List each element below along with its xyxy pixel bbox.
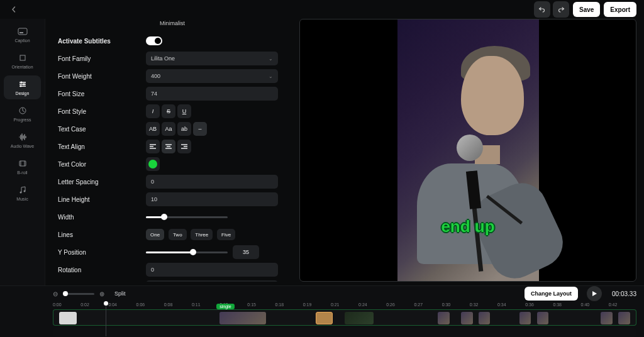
sidebar: Caption Orientation Design Progress Audi… bbox=[0, 19, 45, 285]
font-size-label: Font Size bbox=[58, 91, 146, 97]
audio-track[interactable] bbox=[53, 328, 636, 337]
italic-button[interactable]: I bbox=[146, 104, 160, 118]
video-preview[interactable]: end up bbox=[299, 19, 636, 282]
sidebar-item-progress[interactable]: Progress bbox=[4, 102, 41, 126]
underline-button[interactable]: U bbox=[177, 104, 191, 118]
track-badge: single bbox=[216, 304, 234, 309]
scale-input[interactable] bbox=[146, 280, 278, 282]
strikethrough-button[interactable]: S bbox=[162, 104, 175, 118]
row-letter-spacing: Letter Spacing bbox=[58, 174, 287, 190]
text-color-label: Text Color bbox=[58, 161, 146, 168]
letter-spacing-input[interactable] bbox=[146, 175, 278, 189]
row-text-align: Text Align bbox=[58, 138, 287, 155]
nocase-button[interactable]: – bbox=[193, 122, 207, 136]
timeline-ruler[interactable]: 0:000:020:040:060:080:110:130:150:180:19… bbox=[53, 302, 636, 309]
redo-button[interactable] bbox=[553, 1, 569, 18]
activate-subtitles-toggle[interactable] bbox=[146, 36, 162, 45]
uppercase-button[interactable]: AB bbox=[146, 122, 160, 136]
lines-two[interactable]: Two bbox=[169, 229, 187, 240]
align-center-button[interactable] bbox=[162, 140, 175, 153]
undo-button[interactable] bbox=[534, 1, 550, 18]
change-layout-button[interactable]: Change Layout bbox=[525, 287, 578, 301]
sidebar-item-orientation[interactable]: Orientation bbox=[4, 49, 41, 73]
row-font-weight: Font Weight 400⌄ bbox=[58, 68, 287, 84]
y-position-label: Y Position bbox=[58, 249, 146, 256]
clip[interactable] bbox=[537, 312, 549, 324]
clip[interactable] bbox=[479, 312, 491, 324]
y-position-value: 35 bbox=[233, 245, 259, 259]
content: Minimalist Activate Subtitles Font Famil… bbox=[45, 19, 644, 285]
sidebar-item-music[interactable]: Music bbox=[4, 181, 41, 205]
main: Caption Orientation Design Progress Audi… bbox=[0, 19, 644, 285]
lines-one[interactable]: One bbox=[146, 229, 164, 240]
row-text-color: Text Color bbox=[58, 156, 287, 172]
clip[interactable] bbox=[59, 312, 77, 324]
activate-subtitles-label: Activate Subtitles bbox=[58, 38, 146, 45]
redo-icon bbox=[557, 6, 565, 13]
row-y-position: Y Position 35 bbox=[58, 244, 287, 260]
clip[interactable] bbox=[519, 312, 531, 324]
clip[interactable] bbox=[618, 312, 630, 324]
rotation-input[interactable] bbox=[146, 263, 278, 277]
row-activate: Activate Subtitles bbox=[58, 33, 287, 49]
line-height-input[interactable] bbox=[146, 192, 278, 206]
lines-label: Lines bbox=[58, 231, 146, 238]
row-font-family: Font Family Lilita One⌄ bbox=[58, 50, 287, 67]
font-family-select[interactable]: Lilita One⌄ bbox=[146, 52, 278, 65]
titlecase-button[interactable]: Aa bbox=[162, 122, 175, 136]
video-track[interactable]: single bbox=[53, 309, 636, 326]
lowercase-button[interactable]: ab bbox=[177, 122, 191, 136]
design-icon bbox=[18, 79, 28, 89]
y-position-slider[interactable] bbox=[146, 251, 228, 253]
timeline-toolbar: ⊖ ⊕ Split Change Layout 00:03.33 bbox=[53, 286, 636, 301]
align-right-button[interactable] bbox=[177, 140, 191, 153]
subtitle-caption: end up bbox=[441, 217, 494, 236]
chevron-down-icon: ⌄ bbox=[269, 56, 273, 62]
clip[interactable] bbox=[601, 312, 613, 324]
svg-rect-1 bbox=[19, 32, 23, 33]
orientation-icon bbox=[18, 53, 28, 63]
play-button[interactable] bbox=[587, 286, 602, 301]
row-scale: Scale bbox=[58, 279, 287, 282]
chevron-left-icon bbox=[11, 6, 17, 13]
sidebar-item-caption[interactable]: Caption bbox=[4, 23, 41, 47]
font-family-label: Font Family bbox=[58, 55, 146, 62]
lines-five[interactable]: Five bbox=[217, 229, 235, 240]
sidebar-item-label: Caption bbox=[14, 38, 30, 43]
clip[interactable] bbox=[461, 312, 473, 324]
split-button[interactable]: Split bbox=[109, 289, 131, 298]
audiowave-icon bbox=[18, 132, 28, 142]
sidebar-item-broll[interactable]: B-roll bbox=[4, 155, 41, 179]
svg-point-8 bbox=[19, 192, 21, 194]
undo-icon bbox=[538, 6, 546, 13]
clip[interactable] bbox=[316, 312, 333, 324]
zoom-in-icon[interactable]: ⊕ bbox=[99, 290, 104, 297]
back-button[interactable] bbox=[8, 3, 20, 16]
text-color-picker[interactable] bbox=[146, 157, 160, 171]
save-button[interactable]: Save bbox=[573, 2, 600, 17]
sidebar-item-audiowave[interactable]: Audio Wave bbox=[4, 128, 41, 152]
row-width: Width bbox=[58, 209, 287, 225]
width-slider[interactable] bbox=[146, 216, 228, 218]
export-button[interactable]: Export bbox=[604, 2, 636, 17]
font-style-label: Font Style bbox=[58, 108, 146, 115]
font-size-input[interactable] bbox=[146, 87, 278, 101]
sidebar-item-label: Audio Wave bbox=[11, 144, 34, 148]
zoom-out-icon[interactable]: ⊖ bbox=[53, 290, 58, 297]
playhead[interactable] bbox=[106, 302, 106, 336]
width-label: Width bbox=[58, 214, 146, 221]
clip[interactable] bbox=[438, 312, 450, 324]
zoom-slider[interactable] bbox=[63, 293, 94, 295]
clip[interactable] bbox=[345, 312, 374, 324]
row-text-case: Text Case AB Aa ab – bbox=[58, 121, 287, 137]
row-font-size: Font Size bbox=[58, 86, 287, 102]
sidebar-item-design[interactable]: Design bbox=[4, 75, 41, 99]
font-weight-select[interactable]: 400⌄ bbox=[146, 69, 278, 83]
clip[interactable] bbox=[219, 312, 266, 324]
font-weight-label: Font Weight bbox=[58, 73, 146, 80]
svg-rect-2 bbox=[20, 55, 25, 60]
line-height-label: Line Height bbox=[58, 196, 146, 203]
music-icon bbox=[18, 185, 28, 195]
align-left-button[interactable] bbox=[146, 140, 160, 153]
lines-three[interactable]: Three bbox=[191, 229, 213, 240]
